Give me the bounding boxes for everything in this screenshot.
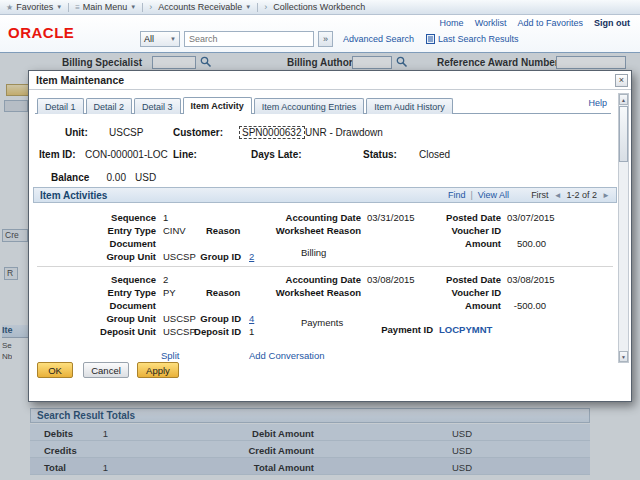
breadcrumb-main-menu[interactable]: ≡ Main Menu ▼: [75, 2, 136, 12]
search-scope-dropdown[interactable]: All ▼: [140, 31, 180, 47]
tab-item-audit-history[interactable]: Item Audit History: [366, 98, 453, 114]
view-all-link[interactable]: View All: [478, 190, 509, 200]
find-link[interactable]: Find: [448, 190, 466, 200]
posted-date-label: Posted Date: [409, 274, 501, 285]
worklist-link[interactable]: Worklist: [475, 18, 507, 28]
worksheet-reason-label: Worksheet Reason: [269, 225, 361, 236]
previous-page-icon[interactable]: ◄: [554, 191, 562, 200]
activity-category: Billing: [301, 247, 326, 258]
ok-button[interactable]: OK: [37, 362, 73, 378]
balance-label: Balance: [51, 172, 89, 183]
sequence-label: Sequence: [59, 212, 156, 223]
split-link[interactable]: Split: [161, 350, 179, 361]
tab-detail-2[interactable]: Detail 2: [86, 98, 133, 114]
breadcrumb-accounts-receivable[interactable]: Accounts Receivable ▼: [158, 2, 251, 12]
tab-item-activity[interactable]: Item Activity: [183, 97, 252, 114]
pagination-first-label: First: [531, 190, 549, 200]
apply-button[interactable]: Apply: [137, 362, 179, 378]
add-to-favorites-link[interactable]: Add to Favorites: [517, 18, 583, 28]
sequence-label: Sequence: [59, 274, 156, 285]
home-link[interactable]: Home: [440, 18, 464, 28]
pagination-range: 1-2 of 2: [567, 190, 598, 200]
cancel-button[interactable]: Cancel: [83, 362, 129, 378]
customer-label: Customer:: [173, 127, 223, 138]
item-maintenance-dialog: Item Maintenance × Help Detail 1 Detail …: [28, 70, 632, 402]
last-search-results[interactable]: Last Search Results: [426, 34, 519, 44]
breadcrumb-accounts-receivable-label: Accounts Receivable: [158, 2, 242, 12]
chevron-right-icon: ›: [149, 2, 152, 12]
entry-type-value: PY: [163, 287, 176, 298]
accounting-date-label: Accounting Date: [269, 274, 361, 285]
group-id-label: Group ID: [179, 251, 241, 262]
deposit-unit-label: Deposit Unit: [59, 326, 156, 337]
status-label: Status:: [363, 149, 397, 160]
accounting-date-value: 03/31/2015: [367, 212, 415, 223]
dialog-title: Item Maintenance: [36, 74, 124, 86]
chevron-right-icon: ›: [264, 2, 267, 12]
breadcrumb-favorites[interactable]: ★ Favorites ▼: [6, 2, 62, 12]
add-conversation-link[interactable]: Add Conversation: [249, 350, 325, 361]
divider: |: [470, 190, 472, 200]
document-label: Document: [59, 300, 156, 311]
help-link[interactable]: Help: [588, 98, 607, 108]
voucher-id-label: Voucher ID: [409, 225, 501, 236]
entry-type-value: CINV: [163, 225, 186, 236]
unit-label: Unit:: [65, 127, 88, 138]
close-icon[interactable]: ×: [615, 74, 628, 87]
posted-date-value: 03/07/2015: [507, 212, 555, 223]
worksheet-reason-label: Worksheet Reason: [269, 287, 361, 298]
search-scope-value: All: [144, 34, 154, 44]
caret-down-icon: ▼: [245, 4, 251, 10]
payment-id-link[interactable]: LOCPYMNT: [439, 324, 492, 335]
oracle-logo: ORACLE: [8, 24, 74, 41]
days-late-label: Days Late:: [251, 149, 302, 160]
line-label: Line:: [173, 149, 197, 160]
tab-item-accounting-entries[interactable]: Item Accounting Entries: [254, 98, 365, 114]
next-page-icon[interactable]: ►: [602, 191, 610, 200]
breadcrumb-favorites-label: Favorites: [16, 2, 53, 12]
scrollbar-thumb[interactable]: [619, 106, 628, 162]
customer-id-value[interactable]: SPN0000632: [239, 126, 305, 139]
divider: [68, 3, 69, 12]
group-id-link[interactable]: 4: [249, 313, 254, 324]
deposit-id-value: 1: [249, 326, 254, 337]
customer-description: UNR - Drawdown: [305, 127, 383, 138]
accounting-date-label: Accounting Date: [269, 212, 361, 223]
deposit-id-label: Deposit ID: [179, 326, 241, 337]
document-label: Document: [59, 238, 156, 249]
vertical-scrollbar[interactable]: ▲ ▼: [618, 93, 629, 363]
tab-detail-3[interactable]: Detail 3: [134, 98, 181, 114]
payment-id-label: Payment ID: [369, 324, 433, 335]
amount-value: 500.00: [454, 238, 546, 249]
reason-label: Reason: [206, 287, 240, 298]
last-search-results-label: Last Search Results: [438, 34, 519, 44]
search-go-button[interactable]: »: [318, 31, 333, 47]
advanced-search-link[interactable]: Advanced Search: [343, 34, 414, 44]
header-links: Home Worklist Add to Favorites Sign out: [440, 18, 630, 28]
balance-value: 0.00: [89, 172, 126, 183]
search-input[interactable]: [184, 31, 314, 47]
divider: [257, 3, 258, 12]
sequence-value: 1: [163, 212, 168, 223]
breadcrumb-main-menu-label: Main Menu: [83, 2, 128, 12]
caret-down-icon: ▼: [130, 4, 136, 10]
item-activities-header: Item Activities Find | View All First ◄ …: [33, 187, 617, 203]
unit-value: USCSP: [109, 127, 143, 138]
sign-out-link[interactable]: Sign out: [594, 18, 630, 28]
divider: [142, 3, 143, 12]
group-unit-label: Group Unit: [59, 313, 156, 324]
item-activities-title: Item Activities: [40, 190, 107, 201]
dialog-title-bar: Item Maintenance: [29, 71, 631, 90]
tab-detail-1[interactable]: Detail 1: [37, 98, 84, 114]
header: ORACLE Home Worklist Add to Favorites Si…: [0, 15, 640, 52]
group-id-link[interactable]: 2: [249, 251, 254, 262]
scroll-down-icon[interactable]: ▼: [619, 351, 628, 362]
group-id-label: Group ID: [179, 313, 241, 324]
breadcrumb: ★ Favorites ▼ ≡ Main Menu ▼ › Accounts R…: [0, 0, 640, 15]
posted-date-label: Posted Date: [409, 212, 501, 223]
scroll-up-icon[interactable]: ▲: [619, 94, 628, 105]
entry-type-label: Entry Type: [59, 287, 156, 298]
tab-bar: Detail 1 Detail 2 Detail 3 Item Activity…: [37, 97, 455, 114]
sequence-value: 2: [163, 274, 168, 285]
status-value: Closed: [419, 149, 450, 160]
